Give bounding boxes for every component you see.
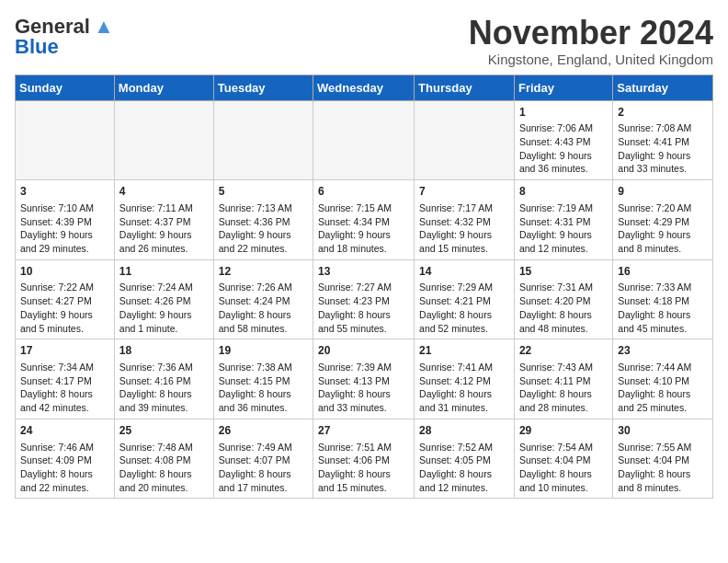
calendar-day-22: 22Sunrise: 7:43 AMSunset: 4:11 PMDayligh… bbox=[514, 339, 612, 419]
calendar-day-8: 8Sunrise: 7:19 AMSunset: 4:31 PMDaylight… bbox=[514, 180, 612, 260]
calendar-day-17: 17Sunrise: 7:34 AMSunset: 4:17 PMDayligh… bbox=[16, 339, 115, 419]
calendar-day-4: 4Sunrise: 7:11 AMSunset: 4:37 PMDaylight… bbox=[114, 180, 213, 260]
calendar-day-18: 18Sunrise: 7:36 AMSunset: 4:16 PMDayligh… bbox=[114, 339, 213, 419]
month-title: November 2024 bbox=[469, 15, 713, 52]
calendar-empty bbox=[213, 100, 313, 180]
day-info-13: Sunrise: 7:27 AMSunset: 4:23 PMDaylight:… bbox=[318, 281, 409, 335]
day-info-6: Sunrise: 7:15 AMSunset: 4:34 PMDaylight:… bbox=[318, 201, 409, 256]
calendar-day-30: 30Sunrise: 7:55 AMSunset: 4:04 PMDayligh… bbox=[613, 419, 713, 499]
calendar-day-28: 28Sunrise: 7:52 AMSunset: 4:05 PMDayligh… bbox=[415, 419, 515, 499]
calendar-day-11: 11Sunrise: 7:24 AMSunset: 4:26 PMDayligh… bbox=[114, 259, 213, 339]
title-block: November 2024 Kingstone, England, United… bbox=[469, 15, 713, 67]
day-info-12: Sunrise: 7:26 AMSunset: 4:24 PMDaylight:… bbox=[219, 281, 308, 335]
day-number-1: 1 bbox=[519, 105, 608, 121]
calendar-day-13: 13Sunrise: 7:27 AMSunset: 4:23 PMDayligh… bbox=[313, 259, 415, 339]
day-info-14: Sunrise: 7:29 AMSunset: 4:21 PMDaylight:… bbox=[419, 281, 509, 335]
day-info-27: Sunrise: 7:51 AMSunset: 4:06 PMDaylight:… bbox=[318, 441, 409, 495]
day-number-12: 12 bbox=[219, 264, 308, 280]
calendar-day-19: 19Sunrise: 7:38 AMSunset: 4:15 PMDayligh… bbox=[213, 339, 313, 419]
calendar-day-1: 1Sunrise: 7:06 AMSunset: 4:43 PMDaylight… bbox=[514, 100, 612, 180]
day-number-28: 28 bbox=[419, 423, 509, 439]
day-info-17: Sunrise: 7:34 AMSunset: 4:17 PMDaylight:… bbox=[20, 361, 109, 415]
day-number-10: 10 bbox=[20, 264, 109, 280]
header-saturday: Saturday bbox=[613, 75, 713, 100]
header-sunday: Sunday bbox=[16, 75, 115, 100]
day-info-10: Sunrise: 7:22 AMSunset: 4:27 PMDaylight:… bbox=[20, 281, 109, 335]
day-info-1: Sunrise: 7:06 AMSunset: 4:43 PMDaylight:… bbox=[519, 121, 608, 176]
day-number-5: 5 bbox=[219, 184, 308, 200]
day-number-16: 16 bbox=[618, 264, 708, 280]
day-number-4: 4 bbox=[119, 184, 209, 200]
location-text: Kingstone, England, United Kingdom bbox=[469, 52, 713, 67]
day-info-19: Sunrise: 7:38 AMSunset: 4:15 PMDaylight:… bbox=[219, 361, 308, 415]
calendar-day-3: 3Sunrise: 7:10 AMSunset: 4:39 PMDaylight… bbox=[16, 180, 115, 260]
day-number-27: 27 bbox=[318, 423, 409, 439]
day-info-22: Sunrise: 7:43 AMSunset: 4:11 PMDaylight:… bbox=[519, 361, 608, 415]
logo-blue-text: Blue bbox=[15, 35, 59, 59]
calendar-day-27: 27Sunrise: 7:51 AMSunset: 4:06 PMDayligh… bbox=[313, 419, 415, 499]
calendar-day-12: 12Sunrise: 7:26 AMSunset: 4:24 PMDayligh… bbox=[213, 259, 313, 339]
day-number-11: 11 bbox=[119, 264, 209, 280]
day-info-3: Sunrise: 7:10 AMSunset: 4:39 PMDaylight:… bbox=[20, 201, 109, 256]
day-number-25: 25 bbox=[119, 423, 209, 439]
day-info-11: Sunrise: 7:24 AMSunset: 4:26 PMDaylight:… bbox=[119, 281, 209, 335]
header-wednesday: Wednesday bbox=[313, 75, 415, 100]
calendar-week-2: 3Sunrise: 7:10 AMSunset: 4:39 PMDaylight… bbox=[16, 180, 713, 260]
header-thursday: Thursday bbox=[415, 75, 515, 100]
day-number-13: 13 bbox=[318, 264, 409, 280]
day-number-30: 30 bbox=[618, 423, 708, 439]
day-info-24: Sunrise: 7:46 AMSunset: 4:09 PMDaylight:… bbox=[20, 441, 109, 495]
day-number-26: 26 bbox=[219, 423, 308, 439]
day-info-9: Sunrise: 7:20 AMSunset: 4:29 PMDaylight:… bbox=[618, 201, 708, 256]
day-info-26: Sunrise: 7:49 AMSunset: 4:07 PMDaylight:… bbox=[219, 441, 308, 495]
day-number-22: 22 bbox=[519, 343, 608, 359]
day-info-18: Sunrise: 7:36 AMSunset: 4:16 PMDaylight:… bbox=[119, 361, 209, 415]
day-number-24: 24 bbox=[20, 423, 109, 439]
day-number-9: 9 bbox=[618, 184, 708, 200]
day-number-19: 19 bbox=[219, 343, 308, 359]
day-number-29: 29 bbox=[519, 423, 608, 439]
day-info-25: Sunrise: 7:48 AMSunset: 4:08 PMDaylight:… bbox=[119, 441, 209, 495]
day-info-29: Sunrise: 7:54 AMSunset: 4:04 PMDaylight:… bbox=[519, 441, 608, 495]
day-number-7: 7 bbox=[419, 184, 509, 200]
calendar-day-25: 25Sunrise: 7:48 AMSunset: 4:08 PMDayligh… bbox=[114, 419, 213, 499]
day-number-2: 2 bbox=[618, 105, 708, 121]
calendar-day-21: 21Sunrise: 7:41 AMSunset: 4:12 PMDayligh… bbox=[415, 339, 515, 419]
day-number-18: 18 bbox=[119, 343, 209, 359]
day-info-16: Sunrise: 7:33 AMSunset: 4:18 PMDaylight:… bbox=[618, 281, 708, 335]
day-info-15: Sunrise: 7:31 AMSunset: 4:20 PMDaylight:… bbox=[519, 281, 608, 335]
day-info-2: Sunrise: 7:08 AMSunset: 4:41 PMDaylight:… bbox=[618, 121, 708, 176]
day-number-6: 6 bbox=[318, 184, 409, 200]
calendar-week-3: 10Sunrise: 7:22 AMSunset: 4:27 PMDayligh… bbox=[16, 259, 713, 339]
calendar-day-9: 9Sunrise: 7:20 AMSunset: 4:29 PMDaylight… bbox=[613, 180, 713, 260]
calendar-empty bbox=[313, 100, 415, 180]
calendar-day-10: 10Sunrise: 7:22 AMSunset: 4:27 PMDayligh… bbox=[16, 259, 115, 339]
calendar-day-16: 16Sunrise: 7:33 AMSunset: 4:18 PMDayligh… bbox=[613, 259, 713, 339]
logo-bird-icon: ▲ bbox=[94, 15, 114, 39]
header-friday: Friday bbox=[514, 75, 612, 100]
calendar-week-1: 1Sunrise: 7:06 AMSunset: 4:43 PMDaylight… bbox=[16, 100, 713, 180]
day-info-7: Sunrise: 7:17 AMSunset: 4:32 PMDaylight:… bbox=[419, 201, 509, 256]
day-info-4: Sunrise: 7:11 AMSunset: 4:37 PMDaylight:… bbox=[119, 201, 209, 256]
calendar-day-2: 2Sunrise: 7:08 AMSunset: 4:41 PMDaylight… bbox=[613, 100, 713, 180]
calendar-header-row: SundayMondayTuesdayWednesdayThursdayFrid… bbox=[16, 75, 713, 100]
header-tuesday: Tuesday bbox=[213, 75, 313, 100]
calendar-table: SundayMondayTuesdayWednesdayThursdayFrid… bbox=[15, 75, 713, 500]
logo: General ▲ Blue bbox=[15, 15, 114, 59]
day-info-30: Sunrise: 7:55 AMSunset: 4:04 PMDaylight:… bbox=[618, 441, 708, 495]
calendar-day-15: 15Sunrise: 7:31 AMSunset: 4:20 PMDayligh… bbox=[514, 259, 612, 339]
calendar-empty bbox=[415, 100, 515, 180]
calendar-week-4: 17Sunrise: 7:34 AMSunset: 4:17 PMDayligh… bbox=[16, 339, 713, 419]
day-info-8: Sunrise: 7:19 AMSunset: 4:31 PMDaylight:… bbox=[519, 201, 608, 256]
day-number-17: 17 bbox=[20, 343, 109, 359]
calendar-day-20: 20Sunrise: 7:39 AMSunset: 4:13 PMDayligh… bbox=[313, 339, 415, 419]
calendar-day-5: 5Sunrise: 7:13 AMSunset: 4:36 PMDaylight… bbox=[213, 180, 313, 260]
header-monday: Monday bbox=[114, 75, 213, 100]
day-number-15: 15 bbox=[519, 264, 608, 280]
day-number-21: 21 bbox=[419, 343, 509, 359]
day-info-23: Sunrise: 7:44 AMSunset: 4:10 PMDaylight:… bbox=[618, 361, 708, 415]
calendar-day-26: 26Sunrise: 7:49 AMSunset: 4:07 PMDayligh… bbox=[213, 419, 313, 499]
day-info-5: Sunrise: 7:13 AMSunset: 4:36 PMDaylight:… bbox=[219, 201, 308, 256]
calendar-day-29: 29Sunrise: 7:54 AMSunset: 4:04 PMDayligh… bbox=[514, 419, 612, 499]
calendar-empty bbox=[16, 100, 115, 180]
